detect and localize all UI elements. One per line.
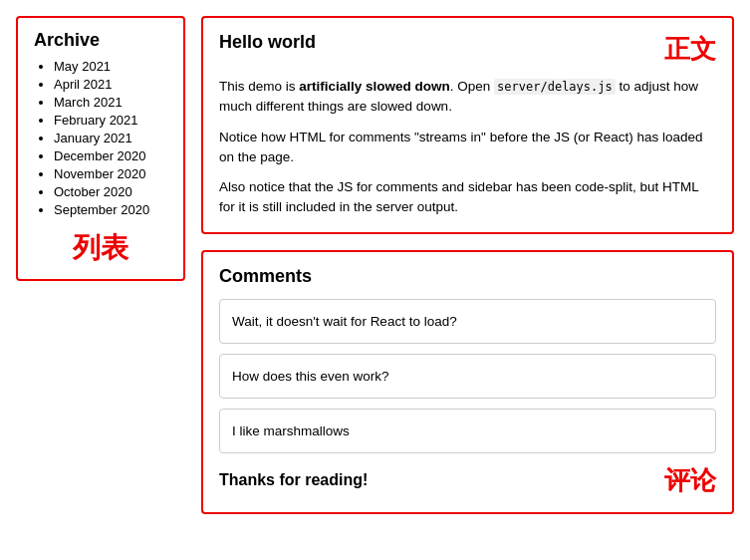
hello-world-box: Hello world 正文 This demo is artificially… <box>201 16 734 234</box>
hello-chinese-label: 正文 <box>664 32 716 67</box>
sidebar-chinese-label: 列表 <box>34 229 167 267</box>
comments-list: Wait, it doesn't wait for React to load?… <box>219 299 716 453</box>
archive-list: May 2021April 2021March 2021February 202… <box>34 59 167 217</box>
comments-chinese-label: 评论 <box>664 463 716 498</box>
hello-header: Hello world 正文 <box>219 32 716 67</box>
comment-item: How does this even work? <box>219 354 716 399</box>
archive-list-item[interactable]: February 2021 <box>54 113 167 128</box>
archive-list-item[interactable]: March 2021 <box>54 95 167 110</box>
main-column: Hello world 正文 This demo is artificially… <box>201 16 734 514</box>
hello-paragraph-1: This demo is artificially slowed down. O… <box>219 77 716 118</box>
hello-paragraph-3: Also notice that the JS for comments and… <box>219 177 716 218</box>
comment-item: Wait, it doesn't wait for React to load? <box>219 299 716 344</box>
sidebar: Archive May 2021April 2021March 2021Febr… <box>16 16 185 281</box>
archive-list-item[interactable]: April 2021 <box>54 77 167 92</box>
archive-list-item[interactable]: January 2021 <box>54 131 167 145</box>
comments-title: Comments <box>219 266 716 287</box>
hello-title: Hello world <box>219 32 316 53</box>
hello-body: This demo is artificially slowed down. O… <box>219 77 716 218</box>
archive-list-item[interactable]: December 2020 <box>54 148 167 163</box>
sidebar-title: Archive <box>34 30 167 51</box>
archive-list-item[interactable]: May 2021 <box>54 59 167 74</box>
archive-list-item[interactable]: November 2020 <box>54 166 167 181</box>
comments-footer: Thanks for reading! 评论 <box>219 463 716 498</box>
comments-box: Comments Wait, it doesn't wait for React… <box>201 250 734 514</box>
archive-list-item[interactable]: September 2020 <box>54 202 167 217</box>
page-layout: Archive May 2021April 2021March 2021Febr… <box>16 16 734 514</box>
comment-item: I like marshmallows <box>219 409 716 453</box>
thanks-text: Thanks for reading! <box>219 471 368 489</box>
archive-list-item[interactable]: October 2020 <box>54 184 167 199</box>
hello-paragraph-2: Notice how HTML for comments "streams in… <box>219 128 716 168</box>
